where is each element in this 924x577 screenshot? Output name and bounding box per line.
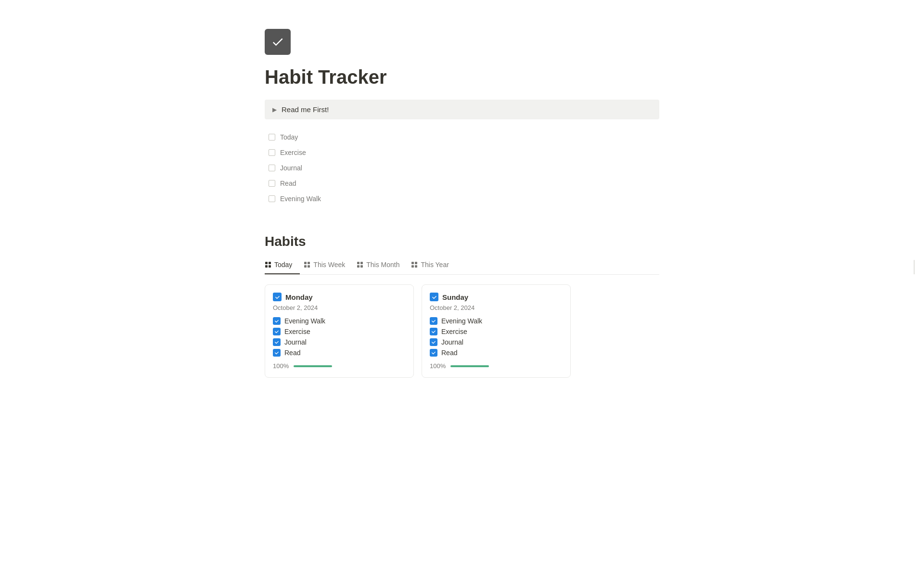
monday-journal-checkbox[interactable] [273, 338, 281, 346]
tab-this-year-icon [411, 261, 418, 268]
sunday-progress-percent: 100% [430, 362, 446, 370]
monday-read-checkbox[interactable] [273, 349, 281, 357]
tab-today[interactable]: Today [265, 257, 300, 274]
sunday-evening-walk-label: Evening Walk [441, 317, 482, 325]
monday-card-title: Monday [285, 293, 313, 301]
habits-tabs: Today This Week [265, 257, 659, 275]
evening-walk-link-icon [268, 194, 276, 203]
checkmark-icon [271, 35, 284, 49]
svg-rect-7 [308, 265, 310, 268]
monday-progress-track [294, 365, 332, 367]
quick-link-journal[interactable]: Journal [265, 162, 305, 174]
exercise-link-icon [268, 148, 276, 157]
svg-rect-1 [269, 262, 271, 264]
monday-exercise-item: Exercise [273, 328, 406, 335]
monday-evening-walk-label: Evening Walk [284, 317, 325, 325]
quick-link-read[interactable]: Read [265, 177, 299, 190]
sunday-progress-track [450, 365, 489, 367]
sunday-card-title: Sunday [442, 293, 468, 301]
sunday-card-checkbox[interactable] [430, 293, 438, 301]
monday-evening-walk-item: Evening Walk [273, 317, 406, 325]
tab-today-label: Today [274, 261, 292, 269]
monday-progress-percent: 100% [273, 362, 289, 370]
svg-rect-0 [265, 262, 268, 264]
monday-evening-walk-checkbox[interactable] [273, 317, 281, 325]
quick-link-today[interactable]: Today [265, 131, 301, 143]
monday-card-checkbox[interactable] [273, 293, 282, 301]
quick-link-exercise[interactable]: Exercise [265, 146, 309, 159]
quick-link-read-label: Read [280, 180, 296, 187]
svg-rect-4 [304, 262, 307, 264]
read-me-first-toggle[interactable]: ▶ Read me First! [265, 100, 659, 119]
toggle-label: Read me First! [282, 105, 329, 114]
sunday-read-label: Read [441, 349, 457, 357]
sunday-card-footer: 100% [430, 362, 563, 370]
svg-rect-12 [411, 262, 414, 264]
sunday-read-item: Read [430, 349, 563, 357]
tab-this-year-label: This Year [421, 261, 449, 269]
svg-rect-14 [411, 265, 414, 268]
sunday-exercise-checkbox[interactable] [430, 328, 437, 335]
monday-exercise-label: Exercise [284, 328, 310, 335]
sunday-read-checkbox[interactable] [430, 349, 437, 357]
app-icon [265, 29, 291, 55]
svg-rect-6 [304, 265, 307, 268]
sunday-exercise-item: Exercise [430, 328, 563, 335]
svg-rect-3 [269, 265, 271, 268]
svg-rect-10 [357, 265, 359, 268]
quick-link-evening-walk-label: Evening Walk [280, 195, 321, 203]
sunday-card-date: October 2, 2024 [430, 304, 563, 311]
tab-this-month[interactable]: This Month [357, 257, 407, 274]
page-title: Habit Tracker [265, 66, 659, 88]
monday-journal-item: Journal [273, 338, 406, 346]
quick-link-evening-walk[interactable]: Evening Walk [265, 192, 324, 205]
habits-section-title: Habits [265, 234, 659, 249]
tab-this-month-label: This Month [366, 261, 399, 269]
sunday-evening-walk-item: Evening Walk [430, 317, 563, 325]
scroll-line [914, 260, 915, 274]
sunday-progress-fill [450, 365, 489, 367]
monday-progress-fill [294, 365, 332, 367]
today-link-icon [268, 133, 276, 141]
svg-rect-15 [415, 265, 417, 268]
sunday-exercise-label: Exercise [441, 328, 467, 335]
quick-link-today-label: Today [280, 133, 298, 141]
svg-rect-8 [357, 262, 359, 264]
habit-card-monday: Monday October 2, 2024 Evening Walk [265, 284, 414, 378]
toggle-arrow-icon: ▶ [272, 106, 277, 113]
journal-link-icon [268, 164, 276, 172]
svg-rect-2 [265, 265, 268, 268]
habit-card-sunday: Sunday October 2, 2024 Evening Walk [422, 284, 571, 378]
quick-links-list: Today Exercise Journal Read Evening Walk [265, 131, 659, 205]
svg-rect-9 [360, 262, 363, 264]
tab-this-month-icon [357, 261, 363, 268]
quick-link-exercise-label: Exercise [280, 149, 306, 156]
sunday-journal-label: Journal [441, 338, 463, 346]
sunday-journal-item: Journal [430, 338, 563, 346]
scroll-indicator [914, 260, 915, 274]
sunday-evening-walk-checkbox[interactable] [430, 317, 437, 325]
svg-rect-5 [308, 262, 310, 264]
tab-this-week[interactable]: This Week [304, 257, 353, 274]
monday-card-date: October 2, 2024 [273, 304, 406, 311]
svg-rect-13 [415, 262, 417, 264]
habits-cards-grid: Monday October 2, 2024 Evening Walk [265, 284, 659, 378]
monday-journal-label: Journal [284, 338, 307, 346]
monday-exercise-checkbox[interactable] [273, 328, 281, 335]
monday-read-item: Read [273, 349, 406, 357]
monday-read-label: Read [284, 349, 300, 357]
tab-this-year[interactable]: This Year [411, 257, 456, 274]
tab-this-week-label: This Week [313, 261, 345, 269]
monday-card-footer: 100% [273, 362, 406, 370]
sunday-journal-checkbox[interactable] [430, 338, 437, 346]
svg-rect-11 [360, 265, 363, 268]
habits-section: Habits Today [265, 234, 659, 378]
read-link-icon [268, 179, 276, 188]
tab-this-week-icon [304, 261, 310, 268]
quick-link-journal-label: Journal [280, 164, 302, 172]
tab-today-icon [265, 261, 271, 268]
